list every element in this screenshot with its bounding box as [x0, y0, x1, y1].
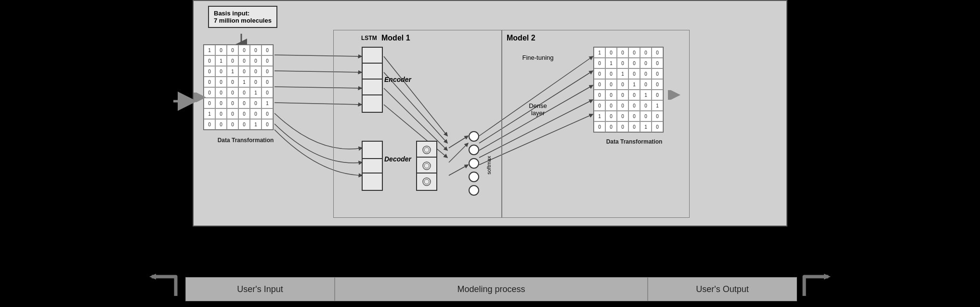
svg-point-28 [423, 162, 431, 170]
left-big-arrow-icon [171, 87, 195, 116]
matrix-cell: 0 [652, 58, 663, 68]
matrix-cell: 0 [640, 58, 652, 68]
dense-label-text: Denselayer [529, 102, 547, 117]
svg-point-29 [424, 163, 429, 168]
matrix-cell: 0 [605, 121, 617, 132]
matrix-cell: 0 [652, 47, 663, 58]
matrix-cell: 1 [640, 121, 652, 132]
users-input-box: User's Input [185, 277, 335, 301]
svg-line-18 [479, 85, 593, 150]
matrix-cell: 0 [640, 111, 652, 121]
matrix-cell: 1 [204, 45, 215, 55]
matrix-cell: 0 [594, 100, 605, 111]
encoder-label: Encoder [384, 76, 411, 83]
users-output-box: User's Output [648, 277, 797, 301]
svg-line-6 [274, 71, 362, 72]
matrix-cell: 0 [250, 66, 261, 77]
matrix-cell: 1 [617, 68, 628, 79]
matrix-cell: 0 [238, 119, 250, 130]
matrix-cell: 1 [261, 98, 273, 108]
matrix-cell: 0 [227, 98, 238, 108]
matrix-cell: 0 [215, 119, 227, 130]
matrix-cell: 1 [628, 79, 640, 90]
matrix-cell: 1 [594, 111, 605, 121]
right-output-arrow-icon [668, 90, 682, 100]
svg-point-30 [423, 178, 431, 186]
matrix-cell: 0 [238, 45, 250, 55]
right-data-transform-label: Data Transformation [596, 138, 673, 145]
matrix-cell: 0 [227, 55, 238, 66]
matrix-cell: 0 [204, 55, 215, 66]
matrix-cell: 0 [215, 87, 227, 98]
matrix-cell: 1 [594, 47, 605, 58]
matrix-cell: 0 [605, 68, 617, 79]
basis-title: Basis input: [214, 10, 249, 17]
matrix-cell: 0 [238, 87, 250, 98]
matrix-cell: 0 [238, 98, 250, 108]
matrix-cell: 1 [605, 58, 617, 68]
circle-node-2 [469, 145, 479, 155]
matrix-cell: 0 [227, 45, 238, 55]
svg-line-15 [449, 165, 468, 175]
matrix-cell: 0 [640, 68, 652, 79]
circle-node-3 [469, 158, 479, 169]
svg-line-14 [449, 143, 468, 162]
matrix-cell: 0 [204, 77, 215, 87]
matrix-cell: 0 [261, 66, 273, 77]
left-matrix: 1000000100000010000001000000100000011000… [203, 44, 274, 130]
decoder-label: Decoder [384, 155, 411, 163]
matrix-cell: 0 [617, 121, 628, 132]
matrix-cell: 0 [250, 98, 261, 108]
matrix-cell: 0 [617, 58, 628, 68]
matrix-cell: 1 [640, 90, 652, 100]
svg-line-11 [384, 88, 447, 150]
fine-tuning-label: Fine-tuning [507, 54, 569, 61]
connection-lines-svg [194, 1, 786, 226]
bottom-arrow-up-left-icon [149, 272, 183, 298]
matrix-cell: 0 [605, 111, 617, 121]
svg-line-12 [384, 105, 447, 158]
encoder-box-4 [362, 94, 383, 113]
matrix-cell: 0 [628, 111, 640, 121]
matrix-cell: 0 [238, 55, 250, 66]
matrix-cell: 0 [261, 45, 273, 55]
matrix-cell: 0 [652, 121, 663, 132]
matrix-cell: 0 [261, 55, 273, 66]
matrix-cell: 0 [250, 55, 261, 66]
matrix-cell: 1 [215, 55, 227, 66]
matrix-cell: 1 [227, 66, 238, 77]
matrix-cell: 0 [652, 111, 663, 121]
svg-line-20 [479, 114, 593, 165]
lstm-label: LSTM [361, 35, 377, 41]
svg-line-9 [384, 56, 447, 136]
right-matrix: 1000000100000010000001000000100000011000… [593, 47, 664, 133]
basis-input-box: Basis input: 7 million molecules [208, 6, 277, 28]
matrix-cell: 0 [640, 79, 652, 90]
circle-node-1 [469, 131, 479, 142]
matrix-cell: 0 [261, 108, 273, 119]
matrix-cell: 0 [261, 119, 273, 130]
matrix-cell: 0 [605, 90, 617, 100]
matrix-cell: 0 [652, 79, 663, 90]
matrix-cell: 0 [227, 108, 238, 119]
matrix-cell: 0 [628, 100, 640, 111]
matrix-cell: 0 [250, 108, 261, 119]
matrix-cell: 0 [594, 90, 605, 100]
matrix-cell: 0 [204, 119, 215, 130]
matrix-cell: 0 [215, 66, 227, 77]
svg-line-16 [479, 56, 593, 136]
svg-line-7 [274, 87, 362, 88]
matrix-cell: 0 [640, 100, 652, 111]
svg-point-27 [424, 147, 429, 152]
users-input-label: User's Input [237, 284, 283, 294]
matrix-cell: 1 [204, 108, 215, 119]
matrix-cell: 0 [594, 121, 605, 132]
users-output-label: User's Output [696, 284, 748, 294]
left-data-transform-label: Data Transformation [207, 137, 284, 144]
matrix-cell: 1 [238, 77, 250, 87]
bottom-arrow-up-right-icon [797, 272, 831, 298]
matrix-cell: 1 [652, 100, 663, 111]
circle-node-4 [469, 172, 479, 182]
matrix-cell: 0 [204, 66, 215, 77]
svg-line-5 [274, 55, 362, 56]
